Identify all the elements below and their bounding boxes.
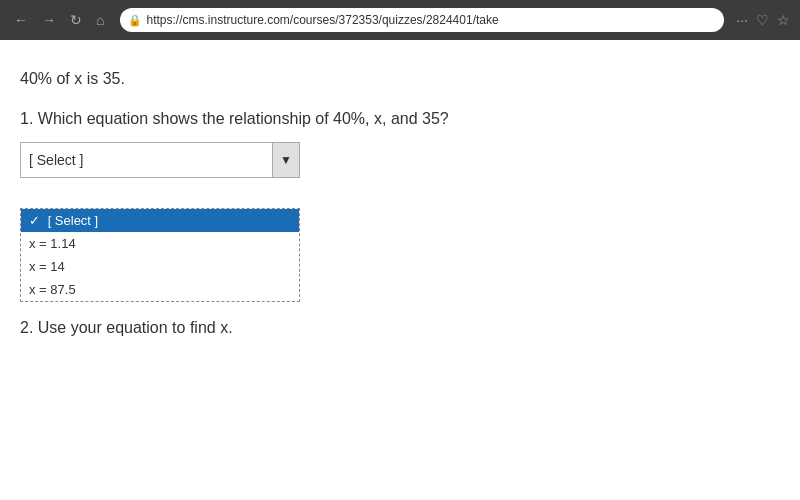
select-display[interactable]: [ Select ] (20, 142, 300, 178)
question-1-label: 1. Which equation shows the relationship… (20, 110, 780, 128)
select-value: [ Select ] (29, 152, 83, 168)
dropdown-item-label: [ Select ] (48, 213, 99, 228)
refresh-button[interactable]: ↻ (66, 10, 86, 30)
dropdown-item-label: x = 87.5 (29, 282, 76, 297)
dropdown-list: ✓ [ Select ] x = 1.14 x = 14 x = 87.5 (20, 208, 300, 302)
dropdown-item-label: x = 1.14 (29, 236, 76, 251)
star-icon[interactable]: ☆ (777, 12, 790, 28)
select-wrapper: [ Select ] ▼ (20, 142, 300, 178)
browser-chrome: ← → ↻ ⌂ 🔒 https://cms.instructure.com/co… (0, 0, 800, 40)
page-content: 40% of x is 35. 1. Which equation shows … (0, 40, 800, 379)
forward-button[interactable]: → (38, 10, 60, 30)
address-bar[interactable]: 🔒 https://cms.instructure.com/courses/37… (120, 8, 724, 32)
dropdown-item-label: x = 14 (29, 259, 65, 274)
problem-statement: 40% of x is 35. (20, 70, 780, 88)
dropdown-item-x875[interactable]: x = 87.5 (21, 278, 299, 301)
dropdown-item-select[interactable]: ✓ [ Select ] (21, 209, 299, 232)
arrow-down-icon: ▼ (280, 153, 292, 167)
lock-icon: 🔒 (128, 14, 142, 27)
checkmark-icon: ✓ (29, 213, 40, 228)
dropdown-item-x14[interactable]: x = 14 (21, 255, 299, 278)
ellipsis-icon[interactable]: ··· (736, 12, 748, 28)
browser-right-icons: ··· ♡ ☆ (736, 12, 790, 28)
back-button[interactable]: ← (10, 10, 32, 30)
question-2-label: 2. Use your equation to find x. (20, 319, 780, 337)
home-button[interactable]: ⌂ (92, 10, 108, 30)
bookmark-icon[interactable]: ♡ (756, 12, 769, 28)
select-arrow-button[interactable]: ▼ (272, 142, 300, 178)
dropdown-item-x114[interactable]: x = 1.14 (21, 232, 299, 255)
url-text: https://cms.instructure.com/courses/3723… (146, 13, 498, 27)
